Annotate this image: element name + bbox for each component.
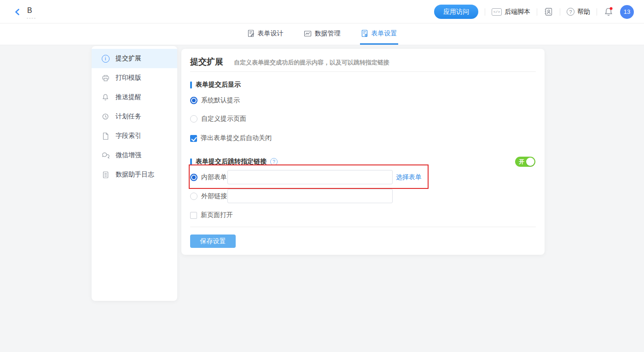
checkbox-open-new-page[interactable]: 新页面打开 [190,211,233,219]
panel-title-row: 提交扩展 自定义表单提交成功后的提示内容，以及可以跳转指定链接 [190,56,389,67]
sidebar-item-wechat-enhance[interactable]: 微信增强 [92,146,177,165]
tab-form-settings[interactable]: 表单设置 [360,23,398,45]
sidebar-item-print-template[interactable]: 打印模版 [92,68,177,88]
section-title: 表单提交后跳转指定链接 [196,158,267,166]
redirect-toggle-on[interactable]: 开 [515,157,535,167]
help-button[interactable]: ? 帮助 [567,8,590,16]
log-icon [101,170,110,179]
data-management-icon [304,30,312,37]
info-icon: i [101,54,110,63]
checkbox-auto-close[interactable]: 弹出表单提交后自动关闭 [190,134,272,142]
header-actions: 应用访问 </> 后端脚本 [434,0,634,23]
divider [485,8,485,16]
help-label: 帮助 [577,8,590,16]
divider [597,8,597,16]
checkbox-label: 新页面打开 [201,211,233,219]
tab-label: 表单设置 [371,29,397,38]
radio-label: 内部表单 [201,173,227,182]
toggle-on-label: 开 [519,158,524,166]
section-accent-bar [190,158,192,165]
clock-icon [101,112,110,121]
radio-option-custom-page[interactable]: 自定义提示页面 [190,115,246,123]
radio-label: 系统默认提示 [201,96,240,105]
sidebar-item-label: 提交扩展 [116,54,141,63]
radio-option-external-link[interactable]: 外部链接 [190,192,227,200]
sidebar-item-label: 推送提醒 [116,93,141,101]
tab-label: 表单设计 [258,29,284,38]
sidebar-item-push-reminder[interactable]: 推送提醒 [92,88,177,107]
sidebar-item-label: 微信增强 [116,151,141,159]
wechat-icon [101,151,110,159]
form-design-icon [247,29,255,37]
panel-title: 提交扩展 [190,56,223,67]
back-button[interactable] [12,6,23,18]
external-link-input[interactable] [227,189,393,203]
notification-button[interactable] [603,6,614,18]
app-title: B [27,6,32,15]
sidebar-item-label: 打印模版 [116,74,141,82]
backend-script-button[interactable]: </> 后端脚本 [492,8,530,16]
chevron-left-icon [13,8,22,16]
divider [190,227,536,227]
app-access-button[interactable]: 应用访问 [434,5,478,19]
checkbox-unchecked-icon[interactable] [190,212,197,219]
section-redirect-header: 表单提交后跳转指定链接 ? [190,158,278,166]
app-title-underline [27,18,35,18]
divider [190,71,536,72]
section-display-header: 表单提交后显示 [190,81,241,89]
sidebar-item-submit-extension[interactable]: i 提交扩展 [92,49,177,68]
help-icon: ? [567,8,574,16]
radio-unchecked-icon[interactable] [190,193,197,200]
sidebar-item-label: 数据助手日志 [116,170,154,179]
bell-icon [603,6,614,18]
address-book-icon [544,7,553,17]
radio-unchecked-icon[interactable] [190,115,197,123]
document-icon [101,132,110,140]
panel-subtitle: 自定义表单提交成功后的提示内容，以及可以跳转指定链接 [234,59,389,67]
page: B 应用访问 </> 后端脚本 [0,0,644,352]
internal-form-input[interactable] [227,170,393,184]
tab-bar: 表单设计 数据管理 表单设置 [0,23,644,45]
form-settings-icon [361,29,368,37]
radio-checked-icon[interactable] [190,97,197,104]
contacts-button[interactable] [544,7,553,17]
submit-extension-panel: 提交扩展 自定义表单提交成功后的提示内容，以及可以跳转指定链接 表单提交后显示 … [181,49,545,255]
radio-label: 自定义提示页面 [201,115,246,123]
checkbox-checked-icon[interactable] [190,135,197,142]
radio-label: 外部链接 [201,192,227,200]
sidebar-item-data-assistant-log[interactable]: 数据助手日志 [92,165,177,184]
divider [560,8,560,16]
backend-script-label: 后端脚本 [505,8,530,16]
code-icon: </> [492,8,502,16]
sidebar-item-scheduled-tasks[interactable]: 计划任务 [92,107,177,126]
checkbox-label: 弹出表单提交后自动关闭 [201,134,272,142]
settings-sidebar: i 提交扩展 打印模版 推送提醒 [92,46,177,301]
user-avatar[interactable]: 13 [620,5,634,19]
printer-icon [101,74,110,82]
bell-icon [101,93,110,101]
divider [537,8,537,16]
tab-form-design[interactable]: 表单设计 [246,23,284,45]
radio-checked-icon[interactable] [190,174,197,181]
radio-option-internal-form[interactable]: 内部表单 [190,173,227,182]
tab-data-management[interactable]: 数据管理 [303,23,342,45]
save-settings-button[interactable]: 保存设置 [190,235,236,248]
section-title: 表单提交后显示 [196,81,241,89]
top-header: B 应用访问 </> 后端脚本 [0,0,644,23]
select-form-link[interactable]: 选择表单 [396,173,422,182]
sidebar-item-label: 字段索引 [116,132,141,140]
sidebar-item-label: 计划任务 [116,112,141,121]
sidebar-item-field-index[interactable]: 字段索引 [92,126,177,146]
section-help-icon[interactable]: ? [270,158,278,165]
toggle-knob [526,158,534,166]
radio-option-system-default[interactable]: 系统默认提示 [190,96,240,105]
tab-label: 数据管理 [315,29,341,38]
section-accent-bar [190,82,192,88]
